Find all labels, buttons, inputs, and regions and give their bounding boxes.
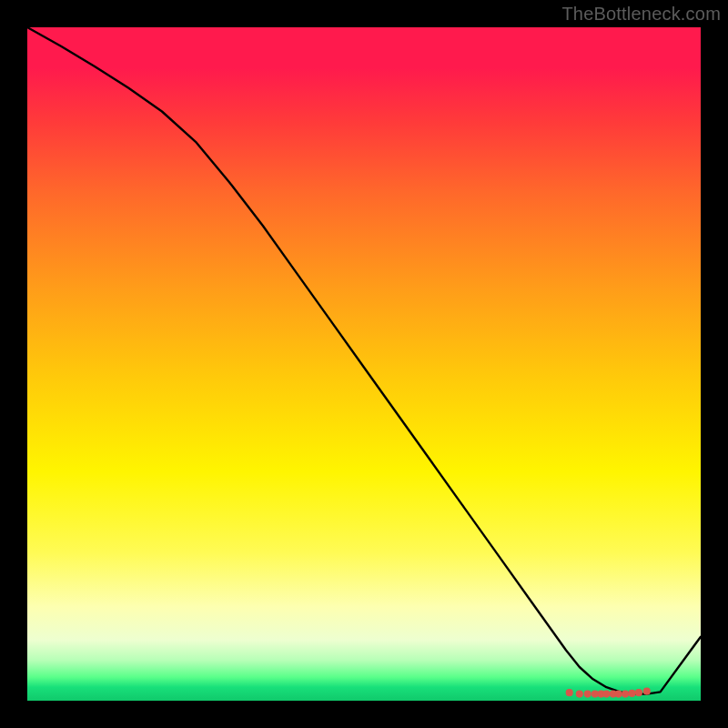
chart-svg — [27, 27, 701, 701]
watermark-text: TheBottleneck.com — [561, 4, 721, 25]
marker-dot — [602, 691, 610, 698]
marker-dot — [622, 691, 629, 698]
marker-dot — [576, 691, 583, 698]
marker-dot — [643, 688, 651, 695]
marker-dot — [635, 689, 642, 696]
marker-dot — [566, 689, 573, 696]
chart-container: TheBottleneck.com — [0, 0, 728, 728]
curve-path — [27, 27, 701, 694]
plot-area — [27, 27, 701, 701]
marker-group — [566, 688, 651, 698]
marker-dot — [628, 690, 635, 697]
marker-dot — [584, 691, 592, 698]
marker-dot — [615, 691, 622, 698]
